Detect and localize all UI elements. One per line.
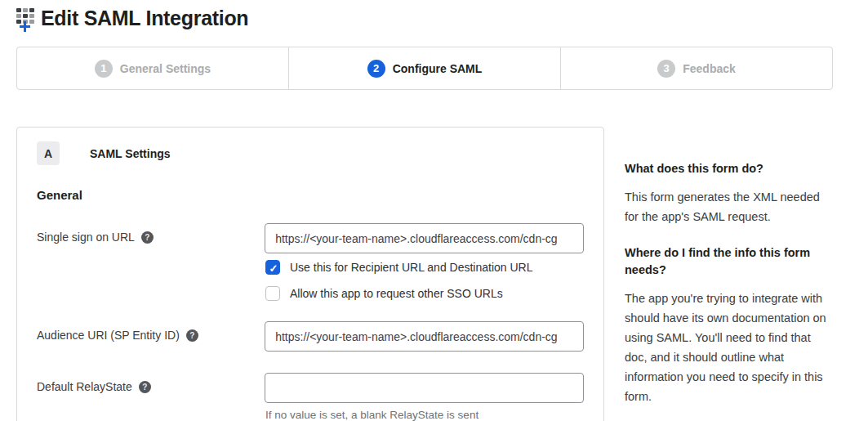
field-label-col: Single sign on URL — [37, 223, 265, 244]
sso-url-label: Single sign on URL — [37, 231, 135, 244]
recipient-url-checkbox-label: Use this for Recipient URL and Destinati… — [290, 261, 533, 274]
group-heading-general: General — [37, 188, 584, 202]
audience-uri-input[interactable] — [265, 321, 584, 352]
other-sso-checkbox-label: Allow this app to request other SSO URLs — [290, 287, 503, 300]
section-header: A SAML Settings — [37, 141, 584, 165]
wizard-step-bar: 1 General Settings 2 Configure SAML 3 Fe… — [16, 47, 833, 90]
step-label: Feedback — [683, 62, 736, 75]
relay-state-label: Default RelayState — [37, 380, 132, 393]
step-label: General Settings — [120, 62, 211, 75]
step-configure-saml[interactable]: 2 Configure SAML — [288, 47, 560, 89]
step-general-settings[interactable]: 1 General Settings — [17, 47, 288, 89]
field-label-col: Default RelayState — [37, 373, 265, 393]
app-grid-plus-icon — [16, 8, 38, 29]
help-icon[interactable] — [141, 231, 154, 244]
recipient-url-checkbox-row: Use this for Recipient URL and Destinati… — [265, 260, 584, 275]
page-title: Edit SAML Integration — [41, 7, 248, 30]
help-icon[interactable] — [186, 329, 198, 342]
sidebar-heading: Where do I find the info this form needs… — [625, 244, 830, 279]
sidebar-paragraph: The app you're trying to integrate with … — [625, 289, 830, 406]
section-badge: A — [37, 141, 60, 165]
section-title: SAML Settings — [90, 147, 171, 160]
audience-uri-label: Audience URI (SP Entity ID) — [37, 329, 180, 342]
step-label: Configure SAML — [393, 62, 483, 75]
other-sso-checkbox-row: Allow this app to request other SSO URLs — [265, 286, 584, 301]
field-row-relay-state: Default RelayState — [37, 373, 584, 403]
step-number-badge: 3 — [657, 60, 675, 78]
field-label-col: Audience URI (SP Entity ID) — [37, 321, 265, 342]
sidebar-heading: What does this form do? — [625, 160, 830, 177]
relay-state-input[interactable] — [265, 373, 584, 403]
field-row-sso-url: Single sign on URL — [37, 223, 584, 253]
step-feedback[interactable]: 3 Feedback — [560, 47, 832, 89]
help-icon[interactable] — [139, 381, 151, 393]
recipient-url-checkbox[interactable] — [265, 260, 280, 275]
saml-settings-panel: A SAML Settings General Single sign on U… — [16, 127, 604, 421]
page-header: Edit SAML Integration — [0, 0, 868, 30]
step-number-badge: 2 — [367, 60, 385, 78]
help-sidebar: What does this form do? This form genera… — [625, 160, 830, 421]
other-sso-checkbox[interactable] — [265, 286, 280, 301]
step-number-badge: 1 — [95, 60, 113, 78]
relay-state-hint: If no value is set, a blank RelayState i… — [265, 409, 584, 421]
field-row-audience-uri: Audience URI (SP Entity ID) — [37, 321, 584, 352]
sso-url-input[interactable] — [265, 223, 584, 253]
page: Edit SAML Integration 1 General Settings… — [0, 0, 868, 421]
sidebar-paragraph: This form generates the XML needed for t… — [625, 187, 830, 226]
